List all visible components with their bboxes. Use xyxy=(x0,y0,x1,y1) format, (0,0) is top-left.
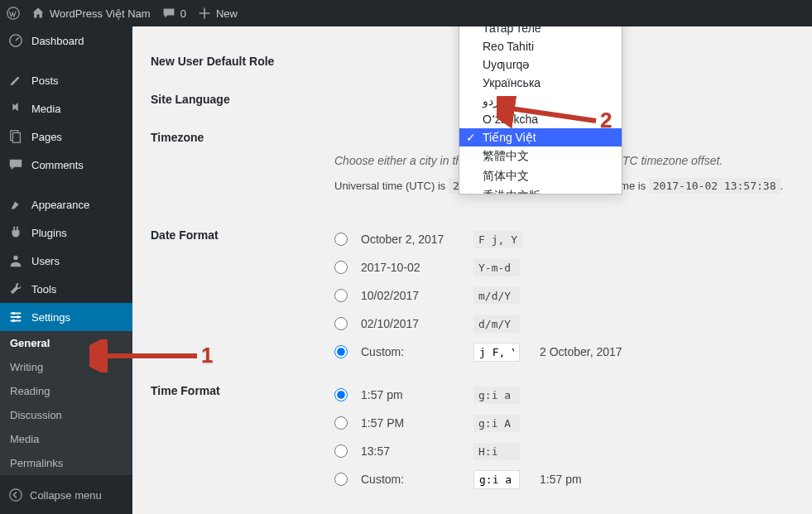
sidebar-item-label: Users xyxy=(31,255,60,267)
time-format-custom-input[interactable] xyxy=(473,470,520,489)
date-format-code: F j, Y xyxy=(473,231,522,248)
submenu-writing[interactable]: Writing xyxy=(0,355,132,379)
sidebar-item-label: Settings xyxy=(31,311,70,324)
submenu-reading[interactable]: Reading xyxy=(0,379,132,403)
sidebar-item-dashboard[interactable]: Dashboard xyxy=(0,26,132,55)
sidebar-item-media[interactable]: Media xyxy=(0,94,132,122)
sidebar-item-label: Plugins xyxy=(31,227,67,239)
lang-option[interactable]: 简体中文 xyxy=(459,166,622,186)
sidebar-item-label: Pages xyxy=(31,131,62,143)
sidebar-item-label: Posts xyxy=(31,74,59,87)
lang-option[interactable]: Uyƣurqə xyxy=(459,55,622,74)
lang-option[interactable]: Українська xyxy=(459,74,622,92)
submenu-permalinks[interactable]: Permalinks xyxy=(0,451,132,475)
sidebar-item-label: Comments xyxy=(31,159,84,171)
time-format-radio[interactable] xyxy=(334,444,348,458)
custom-label: Custom: xyxy=(361,345,460,358)
svg-rect-3 xyxy=(12,133,20,143)
svg-point-9 xyxy=(17,315,20,319)
custom-label: Custom: xyxy=(361,473,460,486)
date-format-option-label: 02/10/2017 xyxy=(361,317,460,330)
date-format-radio[interactable] xyxy=(334,261,348,274)
date-format-label: Date Format xyxy=(151,225,334,242)
new-label: New xyxy=(216,7,238,20)
lang-option[interactable]: Reo Tahiti xyxy=(459,37,622,55)
time-format-code: H:i xyxy=(473,443,520,460)
submenu-discussion[interactable]: Discussion xyxy=(0,403,132,427)
local-value: 2017-10-02 13:57:38 xyxy=(649,178,781,194)
sidebar-item-posts[interactable]: Posts xyxy=(0,66,132,94)
admin-sidebar: Dashboard Posts Media Pages Comments App… xyxy=(0,26,132,514)
wp-logo[interactable] xyxy=(7,7,20,20)
comments-count: 0 xyxy=(180,7,186,20)
lang-option-selected[interactable]: Tiếng Việt xyxy=(459,128,622,147)
admin-toolbar: WordPress Việt Nam 0 New xyxy=(0,0,812,26)
svg-point-4 xyxy=(13,256,17,260)
svg-point-8 xyxy=(12,312,16,315)
date-format-radio[interactable] xyxy=(334,289,348,302)
sidebar-item-label: Dashboard xyxy=(31,35,84,47)
collapse-label: Collapse menu xyxy=(30,489,102,502)
svg-point-10 xyxy=(12,319,16,323)
timezone-label: Timezone xyxy=(151,127,334,144)
lang-option[interactable]: Oʻzbekcha xyxy=(459,110,622,128)
date-format-code: Y-m-d xyxy=(473,259,520,276)
sidebar-item-users[interactable]: Users xyxy=(0,247,132,275)
date-format-option-label: 2017-10-02 xyxy=(361,261,460,274)
time-format-radio-custom[interactable] xyxy=(334,473,348,486)
sidebar-item-appearance[interactable]: Appearance xyxy=(0,190,132,219)
time-format-option-label: 13:57 xyxy=(361,444,460,458)
submenu-general[interactable]: General xyxy=(0,331,132,355)
time-format-radio[interactable] xyxy=(334,416,348,430)
date-format-radio-custom[interactable] xyxy=(334,345,348,358)
date-format-code: m/d/Y xyxy=(473,287,520,305)
settings-main: Türkçe Татар теле Reo Tahiti Uyƣurqə Укр… xyxy=(132,26,812,514)
time-format-option-label: 1:57 PM xyxy=(361,416,460,430)
submenu-media[interactable]: Media xyxy=(0,427,132,451)
lang-option[interactable]: 香港中文版 xyxy=(459,186,622,195)
date-format-custom-input[interactable] xyxy=(473,343,520,362)
sidebar-item-plugins[interactable]: Plugins xyxy=(0,219,132,247)
sidebar-item-label: Media xyxy=(31,103,60,115)
site-name-link[interactable]: WordPress Việt Nam xyxy=(31,7,151,20)
collapse-menu-button[interactable]: Collapse menu xyxy=(0,479,132,514)
sidebar-item-pages[interactable]: Pages xyxy=(0,122,132,151)
date-format-radio[interactable] xyxy=(334,317,348,330)
sidebar-item-label: Tools xyxy=(31,283,56,295)
sidebar-item-label: Appearance xyxy=(31,199,89,211)
svg-point-11 xyxy=(10,489,22,501)
site-name-text: WordPress Việt Nam xyxy=(50,7,151,20)
new-link[interactable]: New xyxy=(198,7,238,20)
date-format-option-label: October 2, 2017 xyxy=(361,233,460,246)
time-format-code: g:i a xyxy=(473,387,520,404)
site-language-label: Site Language xyxy=(151,89,334,106)
date-format-radio[interactable] xyxy=(334,233,348,246)
time-format-preview: 1:57 pm xyxy=(540,473,582,486)
sidebar-item-tools[interactable]: Tools xyxy=(0,275,132,303)
comments-link[interactable]: 0 xyxy=(162,7,186,20)
default-role-label: New User Default Role xyxy=(151,51,334,68)
date-format-option-label: 10/02/2017 xyxy=(361,289,460,302)
time-format-radio[interactable] xyxy=(334,388,348,401)
date-format-preview: 2 October, 2017 xyxy=(540,345,622,358)
sidebar-item-settings[interactable]: Settings xyxy=(0,303,132,331)
time-format-option-label: 1:57 pm xyxy=(361,388,460,401)
sidebar-item-comments[interactable]: Comments xyxy=(0,151,132,179)
date-format-code: d/m/Y xyxy=(473,315,520,333)
time-format-code: g:i A xyxy=(473,415,520,432)
lang-option[interactable]: اردو xyxy=(459,92,622,110)
lang-option[interactable]: Татар теле xyxy=(459,26,622,37)
lang-option[interactable]: 繁體中文 xyxy=(459,147,622,166)
language-dropdown[interactable]: Türkçe Татар теле Reo Tahiti Uyƣurqə Укр… xyxy=(459,26,622,195)
settings-submenu: General Writing Reading Discussion Media… xyxy=(0,331,132,475)
time-format-label: Time Format xyxy=(151,381,334,397)
